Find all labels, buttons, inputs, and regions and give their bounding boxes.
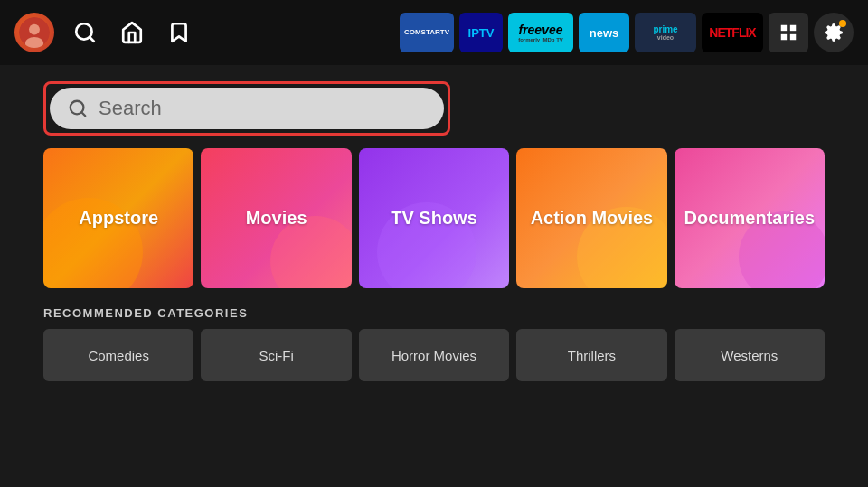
search-placeholder: Search	[99, 97, 162, 120]
docs-label: Documentaries	[684, 208, 816, 229]
netflix-label: NETFLIX	[709, 25, 755, 40]
settings-notification-dot	[839, 20, 846, 27]
svg-rect-5	[781, 25, 787, 31]
settings-btn[interactable]	[814, 13, 854, 52]
svg-rect-8	[790, 34, 796, 40]
freevee-channel-btn[interactable]: freevee formerly IMDb TV	[508, 13, 573, 52]
horror-label: Horror Movies	[392, 348, 476, 363]
tvshows-label: TV Shows	[391, 208, 477, 229]
svg-line-10	[81, 112, 85, 116]
search-nav-icon[interactable]	[69, 16, 101, 49]
westerns-tile[interactable]: Westerns	[675, 329, 825, 381]
action-label: Action Movies	[531, 208, 654, 229]
horror-tile[interactable]: Horror Movies	[359, 329, 509, 381]
movies-label: Movies	[246, 208, 307, 229]
action-movies-tile[interactable]: Action Movies	[516, 148, 666, 288]
prime-channel-btn[interactable]: prime video	[635, 13, 696, 52]
svg-line-4	[90, 37, 94, 42]
news-channel-btn[interactable]: news	[579, 13, 629, 52]
documentaries-tile[interactable]: Documentaries	[675, 148, 825, 288]
appstore-tile[interactable]: Appstore	[43, 148, 193, 288]
thrillers-tile[interactable]: Thrillers	[516, 329, 666, 381]
comedies-tile[interactable]: Comedies	[43, 329, 193, 381]
bookmark-icon[interactable]	[163, 16, 195, 49]
search-bar[interactable]: Search	[50, 88, 444, 129]
iptv-channel-btn[interactable]: IPTV	[459, 13, 503, 52]
appstore-label: Appstore	[79, 208, 158, 229]
top-navigation: COMSTARTV IPTV freevee formerly IMDb TV …	[0, 0, 868, 65]
thrillers-label: Thrillers	[568, 348, 616, 363]
recommended-title: RECOMMENDED CATEGORIES	[43, 306, 825, 320]
recommended-grid: Comedies Sci-Fi Horror Movies Thrillers …	[43, 329, 825, 381]
news-label: news	[590, 26, 619, 40]
avatar[interactable]	[14, 13, 54, 52]
svg-point-1	[29, 24, 40, 35]
comedies-label: Comedies	[88, 348, 149, 363]
svg-rect-7	[781, 34, 787, 40]
scifi-tile[interactable]: Sci-Fi	[201, 329, 351, 381]
app-grid-btn[interactable]	[769, 13, 808, 52]
home-icon[interactable]	[116, 16, 148, 49]
search-icon	[68, 98, 88, 118]
comcast-channel-btn[interactable]: COMSTARTV	[400, 13, 454, 52]
svg-rect-6	[790, 25, 796, 31]
search-wrapper: Search	[43, 81, 450, 136]
movies-tile[interactable]: Movies	[201, 148, 351, 288]
tvshows-tile[interactable]: TV Shows	[359, 148, 509, 288]
netflix-channel-btn[interactable]: NETFLIX	[702, 13, 763, 52]
scifi-label: Sci-Fi	[259, 348, 293, 363]
search-section: Search	[0, 65, 868, 148]
recommended-section: RECOMMENDED CATEGORIES Comedies Sci-Fi H…	[0, 306, 868, 381]
westerns-label: Westerns	[721, 348, 778, 363]
categories-grid: Appstore Movies TV Shows Action Movies D…	[0, 148, 868, 288]
